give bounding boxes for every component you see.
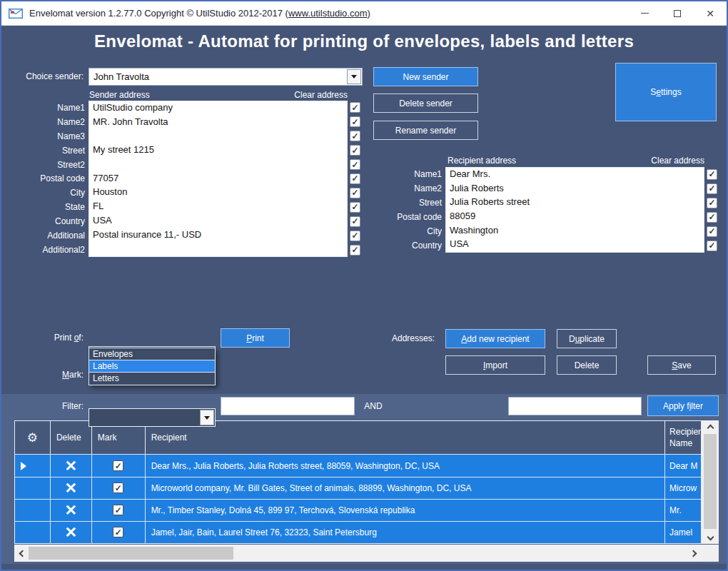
checkbox-checked[interactable] [113,482,123,493]
row-recipient-cell[interactable]: Mr., Timber Stanley, Dolná 45, 899 97, T… [146,500,665,521]
dropdown-option-letters[interactable]: Letters [89,373,215,385]
sender-name2-field[interactable]: MR. John Travolta [89,116,347,130]
sender-street-field[interactable]: My street 1215 [89,143,347,158]
row-recipient-cell[interactable]: Microworld company, Mr. Bill Gates, Stre… [146,477,665,499]
sender-country-field[interactable]: USA [89,214,347,228]
row-mark-cell[interactable] [92,477,146,499]
row-selector-cell[interactable] [15,522,51,543]
checkbox-checked[interactable] [707,212,717,223]
row-mark-cell[interactable] [92,455,146,476]
mark-combobox[interactable] [89,408,216,427]
sender-city-field[interactable]: Houston [89,186,347,200]
sender-address-box[interactable]: UtilStudio company MR. John Travolta My … [89,101,348,257]
recipient-city-field[interactable]: Washington [446,224,704,238]
table-row[interactable]: ✕ Dear Mrs., Julia Roberts, Julia Robert… [15,454,701,476]
close-button[interactable]: ✕ [694,1,727,25]
checkbox-checked[interactable] [113,505,123,515]
row-delete-button[interactable]: ✕ [51,477,92,499]
checkbox-checked[interactable] [707,169,717,180]
column-header-recipient-name[interactable]: Recipient Name [665,421,701,454]
checkbox-checked[interactable] [350,188,360,198]
grid-settings-header[interactable]: ⚙ [15,421,51,454]
row-mark-cell[interactable] [92,500,146,521]
checkbox-checked[interactable] [350,173,360,184]
new-sender-button[interactable]: New sender [373,67,478,86]
row-selector-cell[interactable] [15,455,51,476]
row-recipient-name-cell[interactable]: Jamel [665,522,701,543]
rename-sender-button[interactable]: Rename sender [373,121,478,140]
horizontal-scrollbar[interactable] [14,545,702,562]
row-recipient-name-cell[interactable]: Dear M [665,455,701,476]
sender-street2-field[interactable] [89,158,347,172]
minimize-button[interactable] [628,1,661,25]
filter-value2-input[interactable] [508,397,642,415]
row-selector-cell[interactable] [15,477,51,499]
recipient-country-field[interactable]: USA [446,238,704,252]
checkbox-checked[interactable] [350,159,360,170]
print-button[interactable]: Print [221,328,290,348]
row-recipient-cell[interactable]: Jamel, Jair, Bain, Laurel Street 76, 323… [146,522,665,543]
row-delete-button[interactable]: ✕ [51,455,92,476]
scroll-down-button[interactable] [702,532,719,544]
row-recipient-name-cell[interactable]: Mr. [665,500,701,521]
maximize-button[interactable] [661,1,694,25]
save-button[interactable]: Save [647,355,716,375]
checkbox-checked[interactable] [350,231,360,241]
checkbox-checked[interactable] [350,116,360,127]
recipient-street-field[interactable]: Julia Roberts street [446,196,704,210]
delete-sender-button[interactable]: Delete sender [373,94,478,113]
column-header-recipient[interactable]: Recipient [146,421,665,454]
checkbox-checked[interactable] [707,241,717,251]
horizontal-scroll-thumb[interactable] [29,547,233,560]
checkbox-checked[interactable] [350,145,360,156]
delete-button[interactable]: Delete [557,355,617,375]
checkbox-checked[interactable] [350,102,360,113]
checkbox-checked[interactable] [350,245,360,256]
sender-additional-field[interactable]: Postal insurance 11,- USD [89,228,347,243]
row-delete-button[interactable]: ✕ [51,522,92,543]
recipient-name2-field[interactable]: Julia Roberts [446,182,704,196]
mark-dropdown-button[interactable] [200,410,214,425]
add-new-recipient-button[interactable]: Add new recipient [445,329,545,348]
choice-sender-combobox[interactable]: John Travolta [89,68,363,86]
checkbox-checked[interactable] [707,183,717,194]
sender-name3-field[interactable] [89,129,347,143]
recipient-name1-field[interactable]: Dear Mrs. [446,168,704,182]
import-button[interactable]: Import [445,355,545,375]
column-header-delete[interactable]: Delete [51,421,92,454]
sender-state-field[interactable]: FL [89,200,347,214]
vertical-scroll-thumb[interactable] [704,434,717,529]
choice-sender-dropdown-button[interactable] [347,69,361,84]
checkbox-checked[interactable] [350,202,360,213]
vertical-scrollbar[interactable] [702,420,719,544]
checkbox-checked[interactable] [707,226,717,237]
sender-name1-field[interactable]: UtilStudio company [89,101,347,116]
apply-filter-button[interactable]: Apply filter [647,395,719,416]
duplicate-button[interactable]: Duplicate [557,329,617,348]
checkbox-checked[interactable] [350,216,360,227]
row-delete-button[interactable]: ✕ [51,500,92,521]
recipient-postal-field[interactable]: 88059 [446,210,704,224]
filter-value1-input[interactable] [221,397,355,415]
settings-button[interactable]: Settings [615,63,717,121]
sender-postal-field[interactable]: 77057 [89,172,347,186]
table-row[interactable]: ✕ Microworld company, Mr. Bill Gates, St… [15,477,701,499]
dropdown-option-envelopes[interactable]: Envelopes [89,348,215,360]
dropdown-option-labels[interactable]: Labels [89,360,215,373]
recipient-address-box[interactable]: Dear Mrs. Julia Roberts Julia Roberts st… [445,167,704,253]
checkbox-checked[interactable] [707,198,717,208]
row-recipient-cell[interactable]: Dear Mrs., Julia Roberts, Julia Roberts … [146,455,665,476]
scroll-right-button[interactable] [687,545,702,562]
row-mark-cell[interactable] [92,522,146,543]
row-recipient-name-cell[interactable]: Microw [665,477,701,499]
checkbox-checked[interactable] [113,460,123,471]
checkbox-checked[interactable] [113,527,123,537]
table-row[interactable]: ✕ Jamel, Jair, Bain, Laurel Street 76, 3… [15,521,701,543]
scroll-left-button[interactable] [14,545,29,562]
utilstudio-link[interactable]: www.utilstudio.com [288,8,368,19]
scroll-up-button[interactable] [702,420,719,433]
checkbox-checked[interactable] [350,131,360,141]
sender-additional2-field[interactable] [89,242,347,256]
row-selector-cell[interactable] [15,500,51,521]
table-row[interactable]: ✕ Mr., Timber Stanley, Dolná 45, 899 97,… [15,499,701,521]
